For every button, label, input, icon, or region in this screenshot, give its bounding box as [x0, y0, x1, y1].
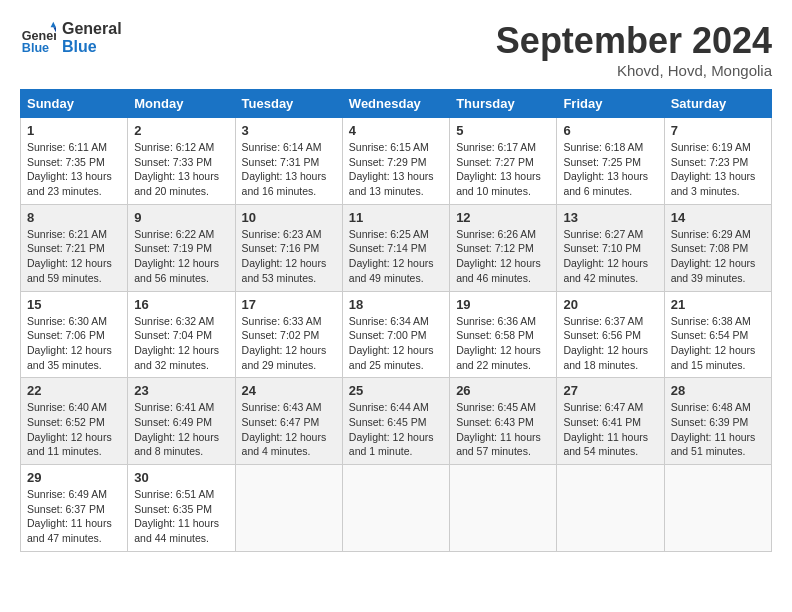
day-detail: Sunrise: 6:22 AMSunset: 7:19 PMDaylight:… — [134, 228, 219, 284]
calendar-cell: 22Sunrise: 6:40 AMSunset: 6:52 PMDayligh… — [21, 378, 128, 465]
day-number: 18 — [349, 297, 443, 312]
calendar-table: SundayMondayTuesdayWednesdayThursdayFrid… — [20, 89, 772, 552]
weekday-tuesday: Tuesday — [235, 90, 342, 118]
day-detail: Sunrise: 6:12 AMSunset: 7:33 PMDaylight:… — [134, 141, 219, 197]
calendar-cell: 8Sunrise: 6:21 AMSunset: 7:21 PMDaylight… — [21, 204, 128, 291]
logo-text-general: General — [62, 20, 122, 38]
calendar-cell: 26Sunrise: 6:45 AMSunset: 6:43 PMDayligh… — [450, 378, 557, 465]
calendar-cell: 5Sunrise: 6:17 AMSunset: 7:27 PMDaylight… — [450, 118, 557, 205]
day-detail: Sunrise: 6:26 AMSunset: 7:12 PMDaylight:… — [456, 228, 541, 284]
day-number: 5 — [456, 123, 550, 138]
day-number: 23 — [134, 383, 228, 398]
location-subtitle: Khovd, Hovd, Mongolia — [496, 62, 772, 79]
calendar-cell: 4Sunrise: 6:15 AMSunset: 7:29 PMDaylight… — [342, 118, 449, 205]
calendar-cell — [557, 465, 664, 552]
calendar-cell: 18Sunrise: 6:34 AMSunset: 7:00 PMDayligh… — [342, 291, 449, 378]
day-detail: Sunrise: 6:29 AMSunset: 7:08 PMDaylight:… — [671, 228, 756, 284]
calendar-cell: 1Sunrise: 6:11 AMSunset: 7:35 PMDaylight… — [21, 118, 128, 205]
calendar-cell: 28Sunrise: 6:48 AMSunset: 6:39 PMDayligh… — [664, 378, 771, 465]
page-header: General Blue General Blue September 2024… — [20, 20, 772, 79]
day-detail: Sunrise: 6:41 AMSunset: 6:49 PMDaylight:… — [134, 401, 219, 457]
day-number: 21 — [671, 297, 765, 312]
weekday-wednesday: Wednesday — [342, 90, 449, 118]
day-number: 19 — [456, 297, 550, 312]
day-number: 26 — [456, 383, 550, 398]
day-number: 2 — [134, 123, 228, 138]
calendar-cell: 12Sunrise: 6:26 AMSunset: 7:12 PMDayligh… — [450, 204, 557, 291]
day-number: 3 — [242, 123, 336, 138]
day-number: 17 — [242, 297, 336, 312]
calendar-cell: 14Sunrise: 6:29 AMSunset: 7:08 PMDayligh… — [664, 204, 771, 291]
title-block: September 2024 Khovd, Hovd, Mongolia — [496, 20, 772, 79]
logo-text-blue: Blue — [62, 38, 122, 56]
calendar-cell: 23Sunrise: 6:41 AMSunset: 6:49 PMDayligh… — [128, 378, 235, 465]
day-detail: Sunrise: 6:47 AMSunset: 6:41 PMDaylight:… — [563, 401, 648, 457]
day-detail: Sunrise: 6:32 AMSunset: 7:04 PMDaylight:… — [134, 315, 219, 371]
day-detail: Sunrise: 6:30 AMSunset: 7:06 PMDaylight:… — [27, 315, 112, 371]
day-detail: Sunrise: 6:49 AMSunset: 6:37 PMDaylight:… — [27, 488, 112, 544]
logo-icon: General Blue — [20, 20, 56, 56]
day-number: 7 — [671, 123, 765, 138]
day-detail: Sunrise: 6:23 AMSunset: 7:16 PMDaylight:… — [242, 228, 327, 284]
calendar-cell: 2Sunrise: 6:12 AMSunset: 7:33 PMDaylight… — [128, 118, 235, 205]
day-number: 11 — [349, 210, 443, 225]
calendar-cell: 16Sunrise: 6:32 AMSunset: 7:04 PMDayligh… — [128, 291, 235, 378]
day-number: 16 — [134, 297, 228, 312]
weekday-sunday: Sunday — [21, 90, 128, 118]
svg-marker-2 — [51, 22, 56, 27]
svg-text:Blue: Blue — [22, 41, 49, 55]
day-number: 10 — [242, 210, 336, 225]
day-number: 12 — [456, 210, 550, 225]
day-detail: Sunrise: 6:19 AMSunset: 7:23 PMDaylight:… — [671, 141, 756, 197]
calendar-cell — [235, 465, 342, 552]
day-number: 13 — [563, 210, 657, 225]
calendar-cell: 6Sunrise: 6:18 AMSunset: 7:25 PMDaylight… — [557, 118, 664, 205]
day-detail: Sunrise: 6:14 AMSunset: 7:31 PMDaylight:… — [242, 141, 327, 197]
day-detail: Sunrise: 6:18 AMSunset: 7:25 PMDaylight:… — [563, 141, 648, 197]
day-number: 27 — [563, 383, 657, 398]
day-detail: Sunrise: 6:25 AMSunset: 7:14 PMDaylight:… — [349, 228, 434, 284]
day-detail: Sunrise: 6:34 AMSunset: 7:00 PMDaylight:… — [349, 315, 434, 371]
day-detail: Sunrise: 6:44 AMSunset: 6:45 PMDaylight:… — [349, 401, 434, 457]
day-detail: Sunrise: 6:51 AMSunset: 6:35 PMDaylight:… — [134, 488, 219, 544]
calendar-cell — [450, 465, 557, 552]
calendar-cell: 11Sunrise: 6:25 AMSunset: 7:14 PMDayligh… — [342, 204, 449, 291]
week-row-3: 15Sunrise: 6:30 AMSunset: 7:06 PMDayligh… — [21, 291, 772, 378]
calendar-cell: 9Sunrise: 6:22 AMSunset: 7:19 PMDaylight… — [128, 204, 235, 291]
day-detail: Sunrise: 6:36 AMSunset: 6:58 PMDaylight:… — [456, 315, 541, 371]
day-detail: Sunrise: 6:33 AMSunset: 7:02 PMDaylight:… — [242, 315, 327, 371]
day-number: 14 — [671, 210, 765, 225]
day-detail: Sunrise: 6:38 AMSunset: 6:54 PMDaylight:… — [671, 315, 756, 371]
weekday-saturday: Saturday — [664, 90, 771, 118]
day-detail: Sunrise: 6:11 AMSunset: 7:35 PMDaylight:… — [27, 141, 112, 197]
calendar-cell: 19Sunrise: 6:36 AMSunset: 6:58 PMDayligh… — [450, 291, 557, 378]
day-number: 9 — [134, 210, 228, 225]
day-number: 22 — [27, 383, 121, 398]
calendar-cell: 25Sunrise: 6:44 AMSunset: 6:45 PMDayligh… — [342, 378, 449, 465]
day-detail: Sunrise: 6:21 AMSunset: 7:21 PMDaylight:… — [27, 228, 112, 284]
calendar-body: 1Sunrise: 6:11 AMSunset: 7:35 PMDaylight… — [21, 118, 772, 552]
day-detail: Sunrise: 6:48 AMSunset: 6:39 PMDaylight:… — [671, 401, 756, 457]
day-number: 15 — [27, 297, 121, 312]
day-detail: Sunrise: 6:17 AMSunset: 7:27 PMDaylight:… — [456, 141, 541, 197]
logo: General Blue General Blue — [20, 20, 122, 56]
calendar-cell — [342, 465, 449, 552]
calendar-cell: 10Sunrise: 6:23 AMSunset: 7:16 PMDayligh… — [235, 204, 342, 291]
day-number: 4 — [349, 123, 443, 138]
calendar-cell: 21Sunrise: 6:38 AMSunset: 6:54 PMDayligh… — [664, 291, 771, 378]
day-detail: Sunrise: 6:15 AMSunset: 7:29 PMDaylight:… — [349, 141, 434, 197]
calendar-cell: 17Sunrise: 6:33 AMSunset: 7:02 PMDayligh… — [235, 291, 342, 378]
calendar-cell: 30Sunrise: 6:51 AMSunset: 6:35 PMDayligh… — [128, 465, 235, 552]
day-detail: Sunrise: 6:43 AMSunset: 6:47 PMDaylight:… — [242, 401, 327, 457]
weekday-header-row: SundayMondayTuesdayWednesdayThursdayFrid… — [21, 90, 772, 118]
day-detail: Sunrise: 6:37 AMSunset: 6:56 PMDaylight:… — [563, 315, 648, 371]
calendar-cell: 3Sunrise: 6:14 AMSunset: 7:31 PMDaylight… — [235, 118, 342, 205]
day-number: 28 — [671, 383, 765, 398]
day-number: 20 — [563, 297, 657, 312]
week-row-1: 1Sunrise: 6:11 AMSunset: 7:35 PMDaylight… — [21, 118, 772, 205]
calendar-cell: 24Sunrise: 6:43 AMSunset: 6:47 PMDayligh… — [235, 378, 342, 465]
weekday-friday: Friday — [557, 90, 664, 118]
week-row-2: 8Sunrise: 6:21 AMSunset: 7:21 PMDaylight… — [21, 204, 772, 291]
day-number: 25 — [349, 383, 443, 398]
month-title: September 2024 — [496, 20, 772, 62]
